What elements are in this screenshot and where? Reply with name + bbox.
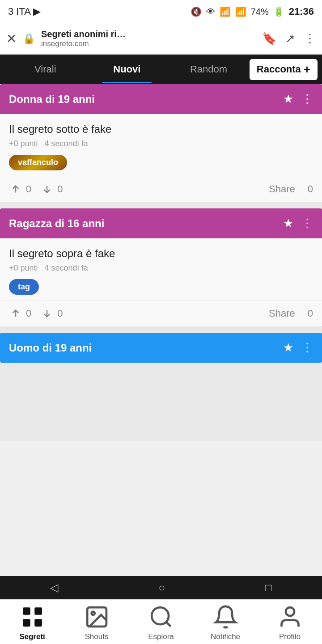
main-content: Donna di 19 anni ★ ⋮ Il segreto sotto è …	[0, 84, 322, 441]
post-author-3: Uomo di 19 anni	[9, 342, 92, 354]
post-meta-1: +0 punti 4 secondi fa	[9, 139, 313, 148]
share-icon[interactable]: ↗	[285, 32, 295, 46]
post-header-2: Ragazza di 16 anni ★ ⋮	[0, 208, 322, 238]
racconta-button[interactable]: Racconta +	[250, 59, 318, 80]
battery-text: 74%	[251, 7, 269, 17]
bookmark-icon[interactable]: 🔖	[262, 32, 276, 46]
nav-label-segreti: Segreti	[19, 632, 45, 641]
share-button-1[interactable]: Share	[265, 183, 295, 195]
clock: 21:36	[289, 6, 314, 17]
nav-item-notifiche[interactable]: Notifiche	[193, 600, 258, 644]
browser-action-buttons: 🔖 ↗ ⋮	[262, 32, 316, 46]
upvote-button-1[interactable]: 0	[9, 182, 31, 196]
downvote-icon-2	[40, 307, 54, 320]
image-icon	[84, 604, 110, 630]
upvote-icon-1	[9, 182, 22, 196]
tab-nuovi[interactable]: Nuovi	[86, 55, 168, 83]
tab-random[interactable]: Random	[168, 55, 250, 83]
nav-label-notifiche: Notifiche	[211, 632, 240, 641]
more-icon-1[interactable]: ⋮	[301, 92, 313, 106]
svg-rect-8	[23, 619, 30, 627]
battery-icon: 🔋	[273, 6, 284, 17]
lock-icon: 🔒	[23, 33, 35, 45]
more-options-icon[interactable]: ⋮	[304, 32, 316, 46]
svg-point-12	[152, 607, 169, 624]
downvote-button-2[interactable]: 0	[40, 307, 63, 320]
svg-rect-7	[34, 607, 42, 615]
post-text-1: Il segreto sotto è fake	[9, 123, 313, 136]
carrier-icon: ▶	[33, 6, 41, 17]
mute-icon: 🔇	[191, 6, 202, 17]
page-title: Segreti anonimi ri…	[41, 29, 256, 39]
home-button[interactable]: ○	[158, 581, 165, 594]
grid-icon	[20, 604, 45, 630]
android-nav: ◁ ○ □	[0, 576, 322, 599]
svg-rect-9	[34, 619, 42, 627]
person-icon	[277, 604, 303, 630]
upvote-icon-2	[9, 307, 22, 320]
more-icon-3[interactable]: ⋮	[301, 341, 313, 355]
carrier-info: 3 ITA ▶	[8, 6, 41, 17]
nav-item-profilo[interactable]: Profilo	[258, 600, 322, 644]
downvote-button-1[interactable]: 0	[40, 182, 63, 196]
star-icon-3[interactable]: ★	[283, 341, 293, 355]
url-info: Segreti anonimi ri… insegreto.com	[41, 29, 256, 48]
nav-tabs: Virali Nuovi Random Racconta +	[0, 55, 322, 84]
post-card-2: Ragazza di 16 anni ★ ⋮ Il segreto sopra …	[0, 208, 322, 326]
wifi-icon: 📶	[220, 6, 231, 17]
bottom-nav: Segreti Shouts Esplora Notifiche Profilo	[0, 599, 322, 644]
browser-bar: ✕ 🔒 Segreti anonimi ri… insegreto.com 🔖 …	[0, 23, 322, 55]
url-domain: insegreto.com	[41, 39, 256, 48]
post-body-2: Il segreto sopra è fake +0 punti 4 secon…	[0, 238, 322, 300]
comment-button-2[interactable]: 0	[304, 308, 313, 319]
share-button-2[interactable]: Share	[265, 308, 295, 319]
close-button[interactable]: ✕	[6, 31, 17, 46]
post-tag-2[interactable]: tag	[9, 279, 39, 295]
svg-rect-6	[23, 607, 30, 615]
post-header-actions-3: ★ ⋮	[283, 341, 313, 355]
status-bar: 3 ITA ▶ 🔇 👁 📶 📶 74% 🔋 21:36	[0, 0, 322, 23]
nav-item-shouts[interactable]: Shouts	[64, 600, 129, 644]
eye-icon: 👁	[206, 7, 215, 17]
nav-item-esplora[interactable]: Esplora	[129, 600, 193, 644]
post-author-1: Donna di 19 anni	[9, 93, 95, 106]
plus-icon: +	[304, 63, 310, 76]
signal-icon: 📶	[235, 6, 246, 17]
post-header-actions-2: ★ ⋮	[283, 216, 313, 230]
post-actions-2: 0 0 Share 0	[0, 300, 322, 326]
post-tag-1[interactable]: vaffanculo	[9, 155, 67, 170]
post-meta-2: +0 punti 4 secondi fa	[9, 263, 313, 273]
back-button[interactable]: ◁	[50, 581, 58, 594]
post-text-2: Il segreto sopra è fake	[9, 247, 313, 260]
bell-icon	[213, 604, 238, 630]
svg-line-13	[166, 622, 170, 627]
nav-label-profilo: Profilo	[279, 632, 301, 641]
svg-point-11	[91, 612, 94, 615]
search-icon	[148, 604, 174, 630]
status-right-icons: 🔇 👁 📶 📶 74% 🔋 21:36	[191, 6, 314, 17]
recents-button[interactable]: □	[265, 581, 272, 594]
upvote-button-2[interactable]: 0	[9, 307, 31, 320]
downvote-icon-1	[40, 182, 54, 196]
nav-label-esplora: Esplora	[148, 632, 174, 641]
comment-button-1[interactable]: 0	[304, 183, 313, 195]
star-icon-2[interactable]: ★	[283, 216, 293, 230]
post-actions-1: 0 0 Share 0	[0, 176, 322, 202]
nav-item-segreti[interactable]: Segreti	[0, 600, 64, 644]
post-card: Donna di 19 anni ★ ⋮ Il segreto sotto è …	[0, 84, 322, 202]
post-card-3: Uomo di 19 anni ★ ⋮	[0, 333, 322, 363]
post-header-actions-1: ★ ⋮	[283, 92, 313, 106]
star-icon-1[interactable]: ★	[283, 92, 293, 106]
more-icon-2[interactable]: ⋮	[301, 216, 313, 230]
svg-point-14	[286, 607, 294, 616]
post-header-1: Donna di 19 anni ★ ⋮	[0, 84, 322, 114]
post-header-3: Uomo di 19 anni ★ ⋮	[0, 333, 322, 363]
tab-virali[interactable]: Virali	[4, 55, 86, 83]
post-author-2: Ragazza di 16 anni	[9, 217, 104, 230]
carrier-text: 3 ITA	[8, 6, 30, 17]
post-body-1: Il segreto sotto è fake +0 punti 4 secon…	[0, 114, 322, 176]
nav-label-shouts: Shouts	[85, 632, 109, 641]
